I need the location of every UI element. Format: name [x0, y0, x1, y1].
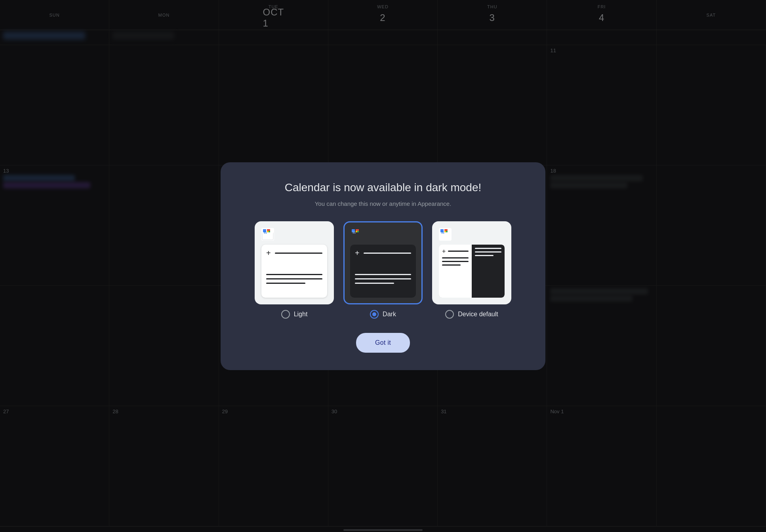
gcal-icon-light: 31: [261, 228, 274, 241]
device-theme-card: 31 +: [432, 221, 511, 304]
dark-card-content: +: [350, 245, 416, 298]
dark-radio[interactable]: [370, 310, 379, 319]
dark-line-1: [355, 274, 411, 275]
light-line-1: [266, 274, 322, 275]
svg-rect-21: [444, 231, 446, 232]
dark-radio-label: Dark: [370, 310, 396, 319]
light-theme-option[interactable]: 31 +: [255, 221, 334, 319]
device-split-view: +: [439, 245, 505, 298]
dark-theme-card: 31 +: [343, 221, 423, 304]
light-content-lines: [266, 264, 322, 294]
light-top-row: +: [266, 249, 322, 258]
light-card-inner: 31 +: [256, 222, 333, 303]
light-card-content: +: [261, 245, 327, 298]
light-title-line: [275, 253, 322, 254]
device-light-half: +: [439, 245, 472, 298]
dark-label: Dark: [383, 311, 396, 318]
light-line-3: [266, 283, 305, 284]
light-line-2: [266, 278, 322, 279]
modal-title: Calendar is now available in dark mode!: [285, 181, 482, 194]
dark-line-3: [355, 283, 394, 284]
light-plus-icon: +: [266, 249, 271, 258]
light-label: Light: [294, 311, 308, 318]
svg-rect-6: [267, 229, 270, 231]
svg-rect-7: [267, 231, 269, 232]
light-theme-card: 31 +: [255, 221, 334, 304]
device-dark-half: [472, 245, 505, 298]
svg-text:31: 31: [264, 231, 267, 234]
modal-subtitle: You can change this now or anytime in Ap…: [315, 200, 452, 207]
got-it-button[interactable]: Got it: [356, 333, 410, 353]
svg-rect-14: [356, 231, 357, 232]
device-radio-label: Device default: [445, 310, 498, 319]
dark-line-2: [355, 278, 411, 279]
svg-rect-15: [357, 231, 359, 232]
light-radio-label: Light: [281, 310, 308, 319]
svg-rect-22: [446, 231, 448, 232]
device-theme-option[interactable]: 31 +: [432, 221, 511, 319]
device-label: Device default: [458, 311, 498, 318]
dark-radio-dot: [372, 312, 376, 316]
dark-title-line: [364, 253, 411, 254]
light-radio[interactable]: [281, 310, 290, 319]
svg-rect-8: [269, 231, 270, 232]
svg-rect-20: [444, 229, 448, 231]
device-radio[interactable]: [445, 310, 454, 319]
svg-text:31: 31: [441, 231, 444, 234]
modal-overlay: Calendar is now available in dark mode! …: [0, 0, 766, 532]
svg-rect-13: [356, 229, 359, 231]
dark-card-inner: 31 +: [345, 222, 421, 303]
dark-content-lines: [355, 264, 411, 294]
dark-theme-option[interactable]: 31 +: [343, 221, 423, 319]
gcal-icon-device: 31: [439, 228, 452, 241]
dark-plus-icon: +: [355, 249, 360, 258]
dark-mode-modal: Calendar is now available in dark mode! …: [221, 162, 545, 370]
dark-top-row: +: [355, 249, 411, 258]
device-card-inner: 31 +: [433, 222, 510, 303]
svg-text:31: 31: [353, 231, 356, 234]
gcal-icon-dark: 31: [350, 228, 363, 241]
theme-options: 31 +: [255, 221, 511, 319]
